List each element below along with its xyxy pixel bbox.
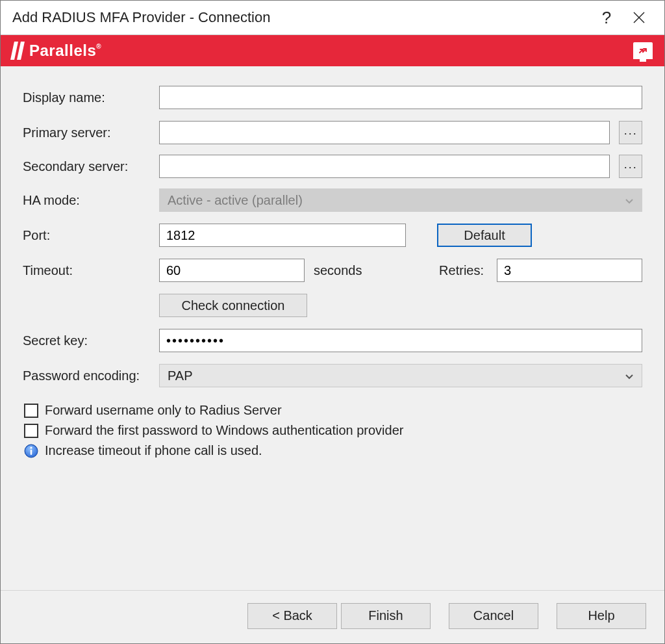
logo-bars-icon [12, 42, 23, 60]
forward-password-label[interactable]: Forward the first password to Windows au… [45, 423, 403, 438]
footer-button-bar: < Back Finish Cancel Help [1, 590, 664, 643]
svg-rect-4 [31, 450, 32, 455]
close-icon[interactable] [623, 1, 655, 35]
retries-input[interactable] [497, 259, 642, 282]
timeout-label: Timeout: [23, 263, 150, 278]
ha-mode-label: HA mode: [23, 193, 150, 208]
dialog-window: Add RADIUS MFA Provider - Connection ? P… [0, 0, 665, 644]
check-connection-button[interactable]: Check connection [159, 294, 307, 317]
remote-session-icon[interactable] [633, 42, 653, 59]
content-area: Display name: Primary server: ... Second… [1, 66, 664, 590]
svg-point-5 [30, 446, 32, 448]
display-name-input[interactable] [159, 86, 642, 109]
brandbar: Parallels® [1, 35, 664, 66]
chevron-down-icon [625, 193, 634, 208]
help-icon[interactable]: ? [590, 1, 623, 35]
secret-key-input[interactable] [159, 329, 642, 352]
ha-mode-select: Active - active (parallel) [159, 188, 642, 212]
logo-text: Parallels® [29, 42, 101, 60]
timeout-input[interactable] [159, 259, 305, 282]
chevron-down-icon [625, 368, 634, 383]
secondary-server-label: Secondary server: [23, 159, 150, 174]
secondary-server-browse-button[interactable]: ... [619, 155, 642, 178]
password-encoding-select[interactable]: PAP [159, 364, 642, 387]
timeout-unit: seconds [314, 263, 362, 278]
port-label: Port: [23, 228, 150, 243]
finish-button[interactable]: Finish [341, 603, 431, 629]
forward-password-checkbox[interactable] [24, 424, 38, 438]
info-text: Increase timeout if phone call is used. [45, 443, 262, 458]
primary-server-input[interactable] [159, 121, 610, 144]
password-encoding-label: Password encoding: [23, 368, 150, 383]
forward-username-checkbox[interactable] [24, 404, 38, 418]
cancel-button[interactable]: Cancel [449, 603, 538, 629]
help-button[interactable]: Help [557, 603, 646, 629]
back-button[interactable]: < Back [247, 603, 337, 629]
port-input[interactable] [159, 224, 406, 247]
display-name-label: Display name: [23, 90, 150, 105]
secondary-server-input[interactable] [159, 155, 610, 178]
window-title: Add RADIUS MFA Provider - Connection [12, 9, 590, 26]
secret-key-label: Secret key: [23, 333, 150, 348]
primary-server-browse-button[interactable]: ... [619, 121, 642, 144]
port-default-button[interactable]: Default [437, 224, 532, 247]
parallels-logo: Parallels® [12, 42, 101, 60]
retries-label: Retries: [439, 263, 484, 278]
titlebar: Add RADIUS MFA Provider - Connection ? [1, 1, 664, 35]
primary-server-label: Primary server: [23, 125, 150, 140]
info-icon [24, 444, 38, 458]
forward-username-label[interactable]: Forward username only to Radius Server [45, 403, 282, 418]
